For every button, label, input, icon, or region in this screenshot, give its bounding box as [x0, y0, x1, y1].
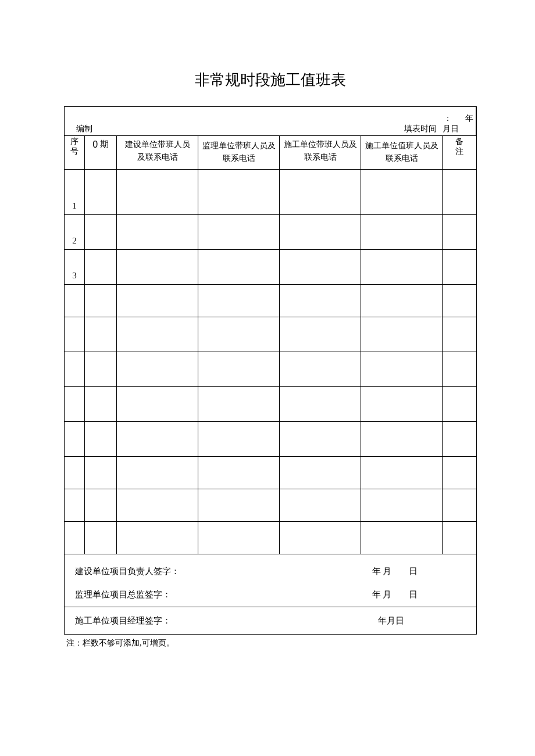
row-date[interactable]	[85, 489, 117, 521]
table-row	[65, 284, 477, 317]
row-supervision[interactable]	[198, 489, 280, 521]
table-row	[65, 386, 477, 421]
compile-label: 编制	[65, 124, 92, 133]
row-note[interactable]	[443, 249, 477, 284]
row-contractor-duty[interactable]	[361, 456, 443, 489]
fill-time-label: 填表时间	[404, 124, 437, 133]
page-title: 非常规时段施工值班表	[64, 70, 477, 90]
row-contractor-lead[interactable]	[280, 421, 361, 456]
row-contractor-lead[interactable]	[280, 386, 361, 421]
row-seq	[65, 521, 85, 554]
row-date[interactable]	[85, 386, 117, 421]
row-note[interactable]	[443, 169, 477, 214]
row-supervision[interactable]	[198, 456, 280, 489]
row-supervision[interactable]	[198, 214, 280, 249]
row-contractor-lead[interactable]	[280, 456, 361, 489]
row-construction[interactable]	[117, 169, 198, 214]
row-supervision[interactable]	[198, 249, 280, 284]
col-date-period: 期	[100, 139, 109, 149]
row-construction[interactable]	[117, 352, 198, 386]
row-contractor-lead[interactable]	[280, 169, 361, 214]
row-contractor-duty[interactable]	[361, 317, 443, 352]
row-seq	[65, 386, 85, 421]
row-date[interactable]	[85, 284, 117, 317]
meta-row: 编制 填表时间 ： 年月日	[65, 107, 477, 136]
footnote: 注：栏数不够可添加,可增页。	[64, 638, 477, 648]
row-seq	[65, 421, 85, 456]
row-date[interactable]	[85, 421, 117, 456]
row-construction[interactable]	[117, 521, 198, 554]
row-contractor-duty[interactable]	[361, 169, 443, 214]
row-supervision[interactable]	[198, 352, 280, 386]
row-seq	[65, 284, 85, 317]
row-construction[interactable]	[117, 456, 198, 489]
col-note: 备 注	[444, 137, 475, 157]
col-construction-unit: 建设单位带班人员 及联系电话	[118, 138, 197, 164]
row-construction[interactable]	[117, 249, 198, 284]
row-construction[interactable]	[117, 421, 198, 456]
row-date[interactable]	[85, 169, 117, 214]
row-note[interactable]	[443, 284, 477, 317]
table-row	[65, 489, 477, 521]
signature-row-lower: 施工单位项目经理签字： 年月日	[65, 607, 477, 634]
row-contractor-lead[interactable]	[280, 249, 361, 284]
row-contractor-lead[interactable]	[280, 284, 361, 317]
row-date[interactable]	[85, 249, 117, 284]
row-seq	[65, 317, 85, 352]
row-construction[interactable]	[117, 317, 198, 352]
row-note[interactable]	[443, 214, 477, 249]
sig-date-3: 年月日	[378, 612, 419, 629]
row-contractor-lead[interactable]	[280, 317, 361, 352]
row-note[interactable]	[443, 386, 477, 421]
sig-date-2: 年月 日	[372, 586, 419, 603]
row-contractor-duty[interactable]	[361, 521, 443, 554]
row-supervision[interactable]	[198, 317, 280, 352]
row-contractor-lead[interactable]	[280, 214, 361, 249]
row-contractor-duty[interactable]	[361, 489, 443, 521]
sig-date-1: 年月 日	[372, 562, 419, 580]
project-manager-sig-label: 施工单位项目经理签字：	[75, 612, 171, 629]
construction-owner-sig-label: 建设单位项目负责人签字：	[75, 562, 180, 580]
row-supervision[interactable]	[198, 169, 280, 214]
row-construction[interactable]	[117, 489, 198, 521]
col-date-zero: 0	[92, 138, 98, 149]
row-date[interactable]	[85, 456, 117, 489]
table-row	[65, 521, 477, 554]
table-row	[65, 456, 477, 489]
col-contractor-duty: 施工单位值班人员及 联系电话	[362, 139, 441, 166]
row-supervision[interactable]	[198, 421, 280, 456]
row-note[interactable]	[443, 352, 477, 386]
row-date[interactable]	[85, 521, 117, 554]
row-contractor-duty[interactable]	[361, 421, 443, 456]
row-construction[interactable]	[117, 386, 198, 421]
row-supervision[interactable]	[198, 521, 280, 554]
row-date[interactable]	[85, 317, 117, 352]
col-contractor-lead: 施工单位带班人员及 联系电话	[281, 138, 359, 164]
row-contractor-duty[interactable]	[361, 284, 443, 317]
table-row	[65, 352, 477, 386]
signature-row-upper: 建设单位项目负责人签字： 年月 日 监理单位项目总监签字： 年月 日	[65, 554, 477, 607]
row-date[interactable]	[85, 214, 117, 249]
row-construction[interactable]	[117, 284, 198, 317]
table-row	[65, 421, 477, 456]
row-contractor-duty[interactable]	[361, 249, 443, 284]
row-contractor-duty[interactable]	[361, 352, 443, 386]
row-contractor-lead[interactable]	[280, 352, 361, 386]
row-contractor-lead[interactable]	[280, 489, 361, 521]
table-row: 2	[65, 214, 477, 249]
row-note[interactable]	[443, 317, 477, 352]
row-date[interactable]	[85, 352, 117, 386]
row-note[interactable]	[443, 489, 477, 521]
row-supervision[interactable]	[198, 386, 280, 421]
row-contractor-lead[interactable]	[280, 521, 361, 554]
row-note[interactable]	[443, 421, 477, 456]
row-contractor-duty[interactable]	[361, 386, 443, 421]
row-note[interactable]	[443, 521, 477, 554]
row-contractor-duty[interactable]	[361, 214, 443, 249]
table-row: 1	[65, 169, 477, 214]
row-construction[interactable]	[117, 214, 198, 249]
row-note[interactable]	[443, 456, 477, 489]
row-seq	[65, 489, 85, 521]
duty-table: 编制 填表时间 ： 年月日 序 号 0 期 建设单位带班人员 及联系电话	[64, 106, 477, 635]
row-supervision[interactable]	[198, 284, 280, 317]
